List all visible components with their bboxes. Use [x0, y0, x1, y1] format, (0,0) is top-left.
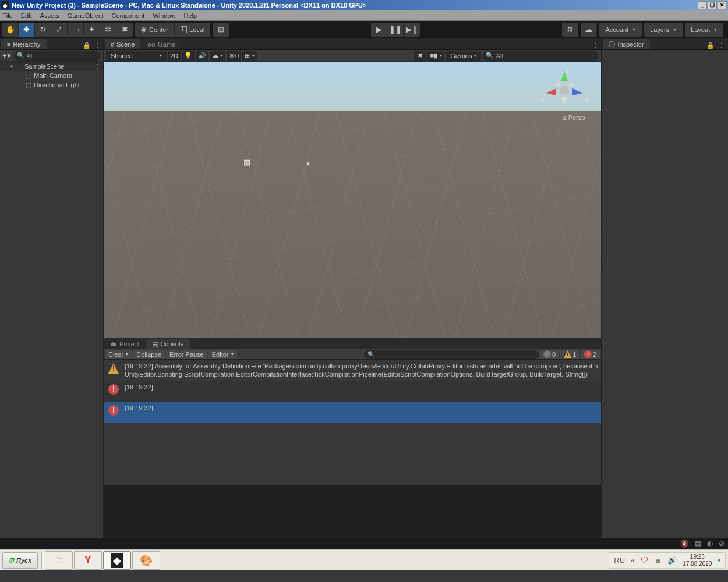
- kebab-icon[interactable]: ⋮: [592, 42, 599, 49]
- menu-edit[interactable]: Edit: [21, 12, 32, 19]
- create-dropdown[interactable]: +▾: [2, 51, 11, 60]
- clear-dropdown[interactable]: Clear: [105, 350, 132, 359]
- unity-scene-icon: ⬚: [16, 63, 22, 70]
- log-row-warn[interactable]: ! [19:19:32] Assembly for Assembly Defin…: [104, 360, 601, 381]
- log-row-error-selected[interactable]: ! [19:19:32]: [104, 402, 601, 423]
- tab-project[interactable]: 🖿Project: [105, 339, 145, 349]
- lock-icon[interactable]: 🔒: [706, 42, 715, 49]
- hierarchy-search[interactable]: 🔍 All: [13, 51, 101, 61]
- task-paint[interactable]: 🎨: [132, 551, 160, 570]
- snap-toggle[interactable]: ⊞: [213, 23, 229, 37]
- hidden-objects[interactable]: 👁0: [227, 51, 241, 61]
- status-icon[interactable]: ◐: [707, 540, 713, 548]
- kebab-icon[interactable]: ⋮: [718, 42, 725, 49]
- axis-y-label: y: [566, 66, 569, 73]
- collapse-toggle[interactable]: Collapse: [133, 350, 165, 359]
- hierarchy-item-directional-light[interactable]: ⬚ Directional Light: [0, 80, 103, 90]
- lock-icon[interactable]: 🔒: [83, 42, 91, 49]
- light-icon: ⬚: [26, 81, 31, 89]
- menu-component[interactable]: Component: [111, 12, 144, 19]
- close-button[interactable]: ✕: [718, 1, 727, 9]
- collab-icon[interactable]: ⚙: [562, 23, 578, 37]
- tab-hierarchy[interactable]: ≡Hierarchy: [1, 39, 47, 49]
- task-explorer[interactable]: 🗂: [45, 551, 73, 570]
- scene-view[interactable]: ▩ ☀ y x z ≤ Persp: [104, 62, 601, 338]
- tray-clock[interactable]: 19:23 17.08.2020: [683, 553, 712, 567]
- main-toolbar: ✋ ✥ ↻ ⤢ ▭ ✦ ✲ ✖ ◉Center 🄻Local ⊞ ▶ ❚❚ ▶❙…: [0, 21, 728, 38]
- tray-shield-icon[interactable]: 🛡: [641, 556, 648, 565]
- cloud-icon[interactable]: ☁: [581, 23, 597, 37]
- move-tool[interactable]: ✥: [19, 23, 35, 37]
- kebab-icon[interactable]: ⋮: [94, 42, 101, 49]
- light-gizmo-icon[interactable]: ☀: [305, 159, 312, 168]
- layers-dropdown[interactable]: Layers: [644, 23, 683, 37]
- tray-lang[interactable]: RU: [614, 556, 625, 565]
- step-button[interactable]: ▶❙: [404, 23, 420, 37]
- toggle-2d[interactable]: 2D: [168, 51, 181, 61]
- start-button[interactable]: ⊞Пуск: [2, 552, 38, 569]
- row-menu-icon[interactable]: ⋮: [94, 63, 101, 70]
- warn-count-badge[interactable]: !1: [560, 350, 579, 359]
- transform-tool[interactable]: ✦: [84, 23, 100, 37]
- editor-tool[interactable]: ✖: [116, 23, 133, 37]
- tab-inspector[interactable]: ⓘInspector: [603, 39, 649, 49]
- svg-marker-2: [572, 88, 583, 95]
- tab-console[interactable]: ▤Console: [146, 339, 189, 349]
- editor-dropdown[interactable]: Editor: [208, 350, 237, 359]
- status-icon[interactable]: ⊘: [719, 540, 725, 548]
- status-icon[interactable]: ▤: [695, 540, 701, 548]
- play-button[interactable]: ▶: [371, 23, 387, 37]
- tray-desktop-icon[interactable]: ▪: [718, 556, 720, 565]
- maximize-button[interactable]: ❐: [708, 1, 717, 9]
- tab-scene[interactable]: #Scene: [105, 39, 140, 49]
- scene-grid-dropdown[interactable]: ⊞: [242, 51, 257, 61]
- tray-arrow-icon[interactable]: «: [631, 556, 635, 565]
- shading-dropdown[interactable]: Shaded: [106, 51, 167, 61]
- console-search[interactable]: 🔍: [364, 350, 539, 359]
- inspector-tabs: ⓘInspector 🔒⋮: [602, 38, 728, 50]
- pivot-center-toggle[interactable]: ◉Center: [135, 23, 175, 37]
- orientation-gizmo[interactable]: y x z: [545, 68, 592, 114]
- console-icon: ▤: [152, 340, 158, 348]
- info-count-badge[interactable]: !0: [540, 350, 559, 359]
- tab-game[interactable]: ᴏᴏGame: [142, 39, 181, 49]
- pause-button[interactable]: ❚❚: [387, 23, 404, 37]
- error-pause-toggle[interactable]: Error Pause: [166, 350, 207, 359]
- scale-tool[interactable]: ⤢: [51, 23, 68, 37]
- kebab-icon[interactable]: ⋮: [592, 342, 599, 349]
- tray-network-icon[interactable]: 🖥: [654, 556, 662, 565]
- minimize-button[interactable]: _: [698, 1, 707, 9]
- layout-dropdown[interactable]: Layout: [685, 23, 723, 37]
- error-count-badge[interactable]: !2: [581, 350, 600, 359]
- menu-gameobject[interactable]: GameObject: [68, 12, 104, 19]
- scene-light-icon[interactable]: 💡: [182, 51, 195, 61]
- scene-fx-dropdown[interactable]: ☁: [210, 51, 225, 61]
- projection-label[interactable]: ≤ Persp: [563, 114, 585, 121]
- custom-tool[interactable]: ✲: [100, 23, 116, 37]
- rotation-local-toggle[interactable]: 🄻Local: [175, 23, 210, 37]
- scene-search[interactable]: 🔍 All: [482, 51, 599, 61]
- account-dropdown[interactable]: Account: [599, 23, 642, 37]
- status-icon[interactable]: 🔇: [680, 540, 689, 548]
- task-yandex[interactable]: Y: [74, 551, 102, 570]
- task-unity[interactable]: ◆: [103, 551, 131, 570]
- menu-window[interactable]: Window: [153, 12, 175, 19]
- camera-icon: ⬚: [26, 72, 31, 80]
- expand-icon[interactable]: ▼: [9, 64, 14, 69]
- menu-help[interactable]: Help: [183, 12, 197, 19]
- scene-root[interactable]: ▼ ⬚ SampleScene ⋮: [0, 62, 103, 71]
- scene-camera-dropdown[interactable]: ■▮: [427, 51, 444, 61]
- rect-tool[interactable]: ▭: [68, 23, 84, 37]
- rotate-tool[interactable]: ↻: [35, 23, 51, 37]
- menu-file[interactable]: File: [2, 12, 13, 19]
- menu-assets[interactable]: Assets: [40, 12, 59, 19]
- gizmos-dropdown[interactable]: Gizmos: [446, 51, 481, 61]
- hierarchy-item-main-camera[interactable]: ⬚ Main Camera: [0, 71, 103, 80]
- camera-gizmo-icon[interactable]: ▩: [243, 158, 250, 166]
- tray-volume-icon[interactable]: 🔊: [667, 556, 677, 565]
- svg-marker-6: [568, 81, 575, 87]
- hand-tool[interactable]: ✋: [2, 23, 19, 37]
- scene-tools-icon[interactable]: ✖: [414, 51, 426, 61]
- log-row-error[interactable]: ! [19:19:32]: [104, 381, 601, 402]
- scene-audio-icon[interactable]: 🔊: [196, 51, 208, 61]
